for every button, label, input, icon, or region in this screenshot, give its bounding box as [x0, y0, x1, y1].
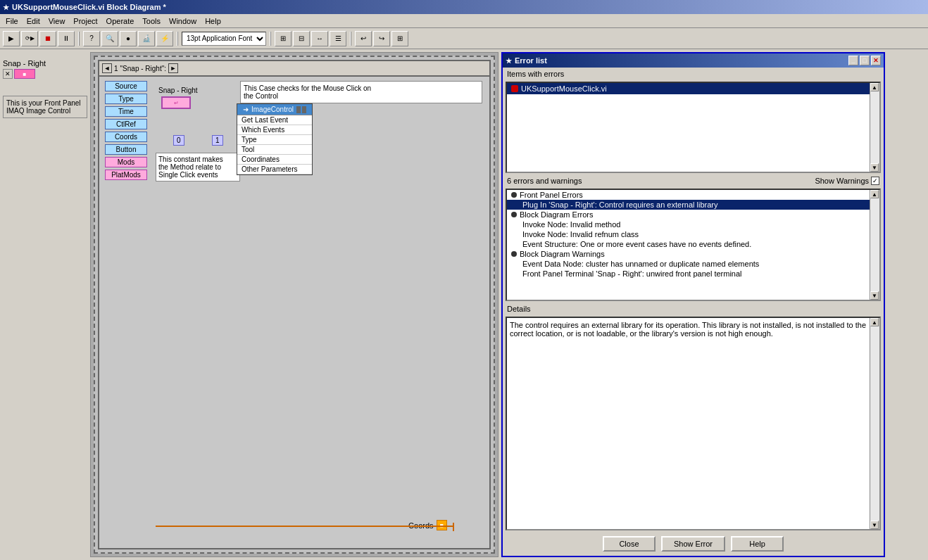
scroll-up-btn[interactable]: ▲ — [870, 83, 879, 91]
invoke-refnum-text: Invoke Node: Invalid refnum class — [522, 230, 639, 238]
terminal-button[interactable]: Button — [105, 144, 147, 155]
terminal-ctlref[interactable]: CtlRef — [105, 119, 147, 129]
scroll-down-btn[interactable]: ▼ — [870, 163, 879, 172]
image-control-ports — [296, 106, 306, 113]
clean-button[interactable]: ⚡ — [156, 31, 173, 46]
title-bar: ★ UKSupportMouseClick.vi Block Diagram * — [0, 0, 928, 14]
snap-right-top-label: Snap - Right — [3, 59, 87, 68]
menu-operate[interactable]: Operate — [102, 15, 139, 27]
run-continuously-button[interactable]: ⟳▶ — [21, 31, 38, 46]
pause-button[interactable]: ⏸ — [58, 31, 75, 46]
menu-file[interactable]: File — [1, 15, 23, 27]
menu-tools[interactable]: Tools — [138, 15, 165, 27]
case-nav-right[interactable]: ► — [168, 63, 178, 73]
error-items-list: UKSupportMouseClick.vi ▲ ▼ — [506, 82, 881, 173]
comment1-text: This Case checks for the Mouse Click on … — [244, 84, 371, 100]
tree-item-invoke-method[interactable]: Invoke Node: Invalid method — [507, 219, 879, 229]
menu-type[interactable]: Type — [237, 135, 312, 145]
help-dialog-button[interactable]: Help — [731, 536, 784, 552]
tree-scroll-down[interactable]: ▼ — [870, 291, 879, 300]
resize-button[interactable]: ↔ — [311, 31, 328, 46]
invoke-method-text: Invoke Node: Invalid method — [522, 220, 620, 229]
terminal-coords[interactable]: Coords — [105, 132, 147, 142]
terminal-type[interactable]: Type — [105, 94, 147, 104]
run-button[interactable]: ▶ — [3, 31, 20, 46]
case-nav-left[interactable]: ◄ — [102, 63, 112, 73]
left-panel: Snap - Right ✕ ■ This is your Front Pane… — [3, 52, 87, 557]
probe-button[interactable]: 🔬 — [138, 31, 155, 46]
toolbar-separator-1 — [78, 32, 80, 46]
error-item-0[interactable]: UKSupportMouseClick.vi — [507, 83, 879, 94]
items-scrollbar[interactable]: ▲ ▼ — [870, 83, 879, 172]
menu-view[interactable]: View — [44, 15, 70, 27]
wire-right-v — [453, 523, 454, 531]
minimize-button[interactable]: _ — [848, 56, 858, 65]
show-error-button[interactable]: Show Error — [661, 536, 725, 552]
menu-edit[interactable]: Edit — [23, 15, 44, 27]
details-scroll-down[interactable]: ▼ — [870, 521, 879, 529]
front-panel-terminal-text: Front Panel Terminal 'Snap - Right': unw… — [522, 269, 742, 278]
terminal-platmods[interactable]: PlatMods — [105, 170, 147, 180]
menu-which-events[interactable]: Which Events — [237, 125, 312, 135]
terminal-time[interactable]: Time — [105, 106, 147, 117]
help-button[interactable]: ? — [83, 31, 100, 46]
tree-item-event-structure[interactable]: Event Structure: One or more event cases… — [507, 239, 879, 249]
redo-button[interactable]: ↪ — [373, 31, 390, 46]
snap-close-btn[interactable]: ✕ — [3, 69, 13, 79]
details-scroll-up[interactable]: ▲ — [870, 318, 879, 326]
menu-coordinates[interactable]: Coordinates — [237, 155, 312, 165]
num-const-0[interactable]: 0 — [173, 135, 184, 146]
tree-item-front-panel-terminal[interactable]: Front Panel Terminal 'Snap - Right': unw… — [507, 269, 879, 279]
show-warnings-checkbox[interactable]: ✓ — [871, 177, 879, 185]
image-control-node[interactable]: ➜ ImageControl Get Last Event Which Even… — [237, 103, 313, 175]
error-item-name-0: UKSupportMouseClick.vi — [521, 84, 607, 93]
tree-dot-block-errors — [511, 212, 517, 217]
tree-dot-front-panel — [511, 192, 517, 198]
tree-item-plug-in[interactable]: Plug In 'Snap - Right': Control requires… — [507, 200, 879, 210]
tree-section-block-diagram-warnings: Block Diagram Warnings — [507, 249, 879, 259]
toolbar: ▶ ⟳▶ ⏹ ⏸ ? 🔍 ● 🔬 ⚡ 13pt Application Font… — [0, 28, 928, 49]
menu-get-last-event[interactable]: Get Last Event — [237, 115, 312, 125]
details-scrollbar[interactable]: ▲ ▼ — [870, 318, 879, 529]
toolbar-separator-3 — [270, 32, 271, 46]
menu-help[interactable]: Help — [201, 15, 225, 27]
reorder-button[interactable]: ☰ — [330, 31, 346, 46]
error-panel: ★ Error list _ □ ✕ Items with errors UKS… — [501, 52, 885, 557]
maximize-button[interactable]: □ — [860, 56, 870, 65]
menu-project[interactable]: Project — [69, 15, 101, 27]
snap-right-input-terminal[interactable]: ↵ — [161, 96, 191, 109]
items-with-errors-label: Items with errors — [503, 68, 884, 80]
snap-button[interactable]: ⊞ — [391, 31, 408, 46]
terminal-mods[interactable]: Mods — [105, 157, 147, 167]
close-button[interactable]: ✕ — [871, 56, 881, 65]
distribute-button[interactable]: ⊟ — [293, 31, 310, 46]
tree-item-event-data-node[interactable]: Event Data Node: cluster has unnamed or … — [507, 259, 879, 269]
undo-button[interactable]: ↩ — [355, 31, 372, 46]
details-label: Details — [503, 303, 884, 315]
snap-right-indicator: Snap - Right ✕ ■ — [3, 59, 87, 79]
tree-item-invoke-refnum[interactable]: Invoke Node: Invalid refnum class — [507, 229, 879, 239]
font-select[interactable]: 13pt Application Font — [182, 32, 266, 46]
show-warnings-label: Show Warnings — [815, 177, 869, 185]
menu-tool[interactable]: Tool — [237, 145, 312, 155]
main-area: Snap - Right ✕ ■ This is your Front Pane… — [0, 49, 928, 560]
error-icon: ★ — [506, 57, 512, 65]
tree-section-block-diagram-errors: Block Diagram Errors — [507, 210, 879, 219]
align-button[interactable]: ⊞ — [275, 31, 291, 46]
front-panel-section-label: Front Panel Errors — [520, 191, 583, 199]
window-title: UKSupportMouseClick.vi Block Diagram * — [12, 3, 166, 11]
event-data-node-text: Event Data Node: cluster has unnamed or … — [522, 260, 759, 268]
tree-dot-block-warnings — [511, 251, 517, 257]
breakpoint-button[interactable]: ● — [120, 31, 137, 46]
find-button[interactable]: 🔍 — [101, 31, 118, 46]
menu-window[interactable]: Window — [165, 15, 201, 27]
tree-scroll-up[interactable]: ▲ — [870, 190, 879, 198]
close-dialog-button[interactable]: Close — [603, 536, 656, 552]
tree-scrollbar[interactable]: ▲ ▼ — [870, 190, 879, 300]
image-control-label: ImageControl — [251, 106, 294, 113]
num-const-1[interactable]: 1 — [212, 135, 223, 146]
snap-right-label-diagram: Snap - Right — [158, 87, 198, 94]
terminal-source[interactable]: Source — [105, 81, 147, 91]
abort-button[interactable]: ⏹ — [39, 31, 56, 46]
menu-other-params[interactable]: Other Parameters — [237, 165, 312, 174]
